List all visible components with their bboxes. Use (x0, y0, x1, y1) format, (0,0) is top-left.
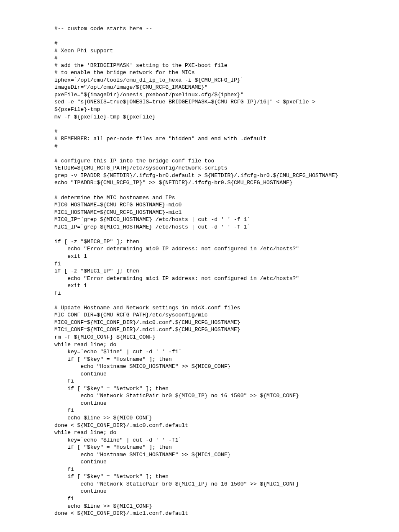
code-block: #-- custom code starts here -- # # Xeon … (54, 25, 345, 532)
